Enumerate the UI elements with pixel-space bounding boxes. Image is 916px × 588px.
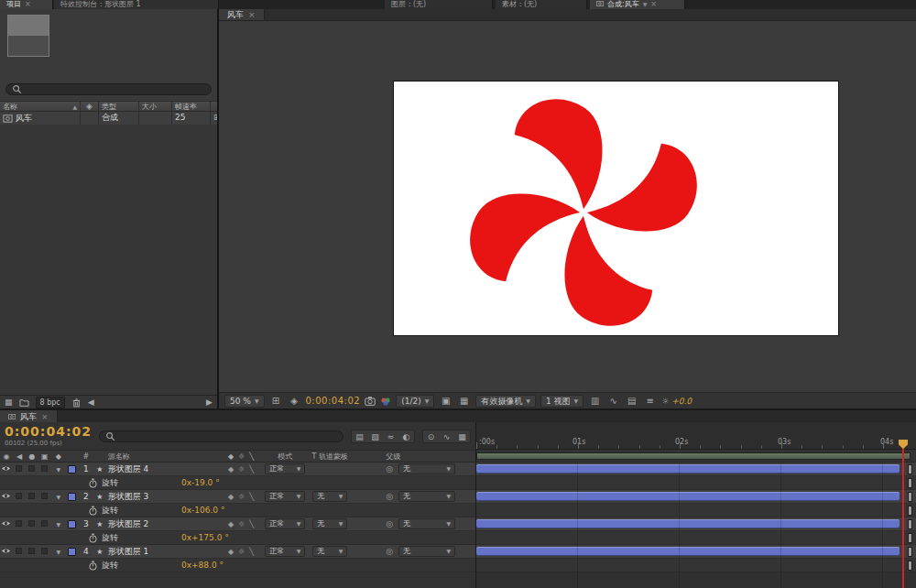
close-icon[interactable]: ×	[41, 411, 49, 422]
pickwhip-icon[interactable]: ◎	[386, 547, 393, 556]
tab-effect-controls[interactable]: 特效控制台：形状图层 1	[54, 0, 219, 9]
stopwatch-icon[interactable]	[88, 561, 98, 571]
stopwatch-icon[interactable]	[88, 478, 98, 488]
property-row[interactable]: 旋转 0x-19.0 °	[0, 476, 475, 490]
pickwhip-icon[interactable]: ◎	[386, 519, 393, 528]
property-name[interactable]: 旋转	[102, 477, 118, 489]
property-row[interactable]: 旋转 0x+88.0 °	[0, 559, 475, 572]
layer-track-row[interactable]	[476, 490, 916, 504]
tab-composition-viewer[interactable]: 合成:风车 ▼ ×	[590, 0, 685, 9]
property-row[interactable]: 旋转 0x-106.0 °	[0, 504, 475, 517]
mode-dropdown[interactable]: 正常▼	[265, 491, 305, 502]
tab-layer-viewer[interactable]: 图层：(无)	[385, 0, 493, 9]
trkmat-dropdown[interactable]: 无▼	[312, 546, 347, 557]
parent-dropdown[interactable]: 无▼	[398, 491, 455, 502]
column-trkmat[interactable]: T 轨道蒙板	[309, 451, 351, 462]
trkmat-dropdown[interactable]: 无▼	[312, 491, 347, 502]
property-row[interactable]: 旋转 0x+175.0 °	[0, 531, 475, 545]
lock-toggle[interactable]	[38, 464, 51, 474]
property-value[interactable]: 0x+88.0 °	[181, 561, 224, 570]
bit-depth-button[interactable]: 8 bpc	[36, 397, 65, 408]
solo-toggle[interactable]	[26, 547, 38, 556]
solo-toggle[interactable]	[26, 519, 38, 528]
stopwatch-icon[interactable]	[88, 533, 98, 543]
project-search-input[interactable]	[5, 83, 212, 95]
property-name[interactable]: 旋转	[102, 532, 118, 544]
label-color-swatch[interactable]	[66, 463, 79, 475]
layer-duration-bar[interactable]	[476, 492, 900, 501]
timeline-button-icon[interactable]: ▤	[625, 395, 638, 408]
trash-icon[interactable]	[71, 397, 82, 408]
property-name[interactable]: 旋转	[102, 505, 118, 517]
layer-track-row[interactable]	[476, 463, 916, 476]
close-icon[interactable]: ×	[25, 0, 31, 9]
layer-name[interactable]: 形状图层 3	[106, 491, 221, 503]
property-value[interactable]: 0x-106.0 °	[181, 506, 224, 515]
layer-name[interactable]: 形状图层 1	[106, 546, 221, 558]
eye-icon[interactable]	[0, 546, 13, 558]
column-type[interactable]: 类型	[99, 102, 139, 111]
hide-shy-layers-icon[interactable]: ≈	[383, 430, 398, 442]
current-time-indicator-line[interactable]	[902, 448, 904, 588]
mask-toggle-icon[interactable]: ◈	[288, 395, 301, 408]
column-source-name[interactable]: 源名称	[106, 451, 221, 462]
audio-toggle[interactable]	[13, 492, 26, 501]
layer-track-row[interactable]	[476, 545, 916, 559]
column-parent[interactable]: 父级	[386, 451, 400, 463]
timeline-track-area[interactable]: :00s 01s 02s 03s 04s	[476, 422, 916, 588]
pickwhip-icon[interactable]: ◎	[386, 464, 393, 474]
tab-footage-viewer[interactable]: 素材：(无)	[496, 0, 587, 9]
viewer-tab[interactable]: 风车 ×	[219, 9, 265, 20]
quality-icon[interactable]: ◆	[228, 493, 234, 501]
audio-toggle[interactable]	[13, 547, 26, 556]
layer-track-row[interactable]	[476, 517, 916, 531]
solo-toggle[interactable]	[26, 464, 38, 474]
parent-dropdown[interactable]: 无▼	[398, 463, 455, 474]
brainstorm-icon[interactable]: ▦	[454, 430, 470, 442]
layer-duration-bar[interactable]	[476, 519, 900, 528]
layer-name[interactable]: 形状图层 2	[106, 518, 221, 530]
column-mode[interactable]: 模式	[261, 451, 309, 462]
view-layout-dropdown[interactable]: 1 视图▼	[540, 395, 583, 408]
camera-dropdown[interactable]: 有效摄像机▼	[475, 395, 536, 408]
column-framerate[interactable]: 帧速率	[172, 102, 211, 111]
mode-dropdown[interactable]: 正常▼	[265, 546, 305, 557]
work-area-bar[interactable]	[476, 452, 911, 460]
quality-icon[interactable]: ◆	[228, 465, 234, 474]
scroll-left-icon[interactable]: ◀	[88, 398, 94, 407]
composition-canvas[interactable]	[394, 82, 838, 335]
lock-toggle[interactable]	[38, 519, 51, 528]
motion-blur-icon[interactable]: ╲	[249, 520, 254, 528]
timeline-search-input[interactable]	[99, 430, 344, 442]
pickwhip-icon[interactable]: ◎	[386, 492, 393, 501]
exposure-control[interactable]: ☼ +0.0	[661, 397, 692, 406]
motion-blur-icon[interactable]: ⊙	[423, 430, 439, 442]
comp-mini-flowchart-icon[interactable]: ▤	[352, 430, 367, 442]
flowchart-icon[interactable]: ⊞	[213, 113, 217, 122]
project-item-row[interactable]: 风车 合成 25 ⊞	[0, 112, 217, 125]
viewer-area[interactable]	[219, 21, 916, 392]
safe-guides-icon[interactable]: ⊞	[269, 395, 283, 408]
effects-icon[interactable]: ☼	[238, 465, 245, 474]
viewer-timecode[interactable]: 0:00:04:02	[306, 396, 361, 406]
effects-icon[interactable]: ☼	[238, 493, 245, 501]
trkmat-dropdown[interactable]: 无▼	[312, 518, 347, 529]
draft-3d-icon[interactable]: ▧	[367, 430, 383, 442]
mode-dropdown[interactable]: 正常▼	[265, 518, 305, 529]
column-label-icon[interactable]: ◈	[81, 102, 99, 111]
layer-duration-bar[interactable]	[476, 464, 900, 474]
column-size[interactable]: 大小	[139, 102, 172, 111]
audio-toggle[interactable]	[13, 464, 26, 474]
stopwatch-icon[interactable]	[88, 506, 98, 516]
mode-dropdown[interactable]: 正常▼	[265, 463, 305, 474]
property-name[interactable]: 旋转	[102, 560, 118, 572]
label-color-swatch[interactable]	[66, 546, 79, 558]
column-name[interactable]: 名称 ▲	[0, 102, 81, 111]
frame-blend-icon[interactable]: ◐	[398, 430, 414, 442]
parent-dropdown[interactable]: 无▼	[398, 546, 455, 557]
tab-project-panel[interactable]: 项目 ×	[0, 0, 53, 9]
layer-row[interactable]: ▼ 4 ★ 形状图层 1 ◆ ☼ ╲ 正常▼ 无▼ ◎ 无▼	[0, 545, 475, 559]
quality-icon[interactable]: ◆	[228, 520, 234, 528]
pixel-aspect-icon[interactable]: ▥	[588, 395, 602, 408]
expander-icon[interactable]: ▼	[51, 549, 66, 555]
